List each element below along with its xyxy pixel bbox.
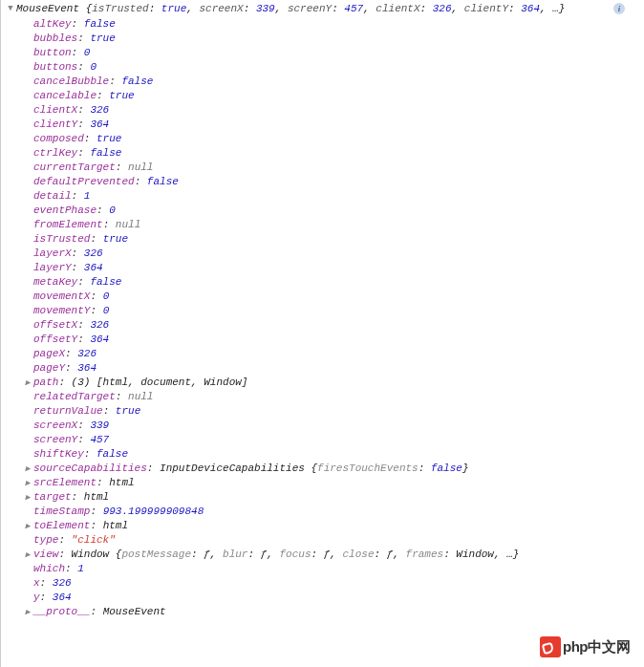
colon: : <box>72 262 84 273</box>
arrow-placeholder: ▶ <box>24 277 32 288</box>
property-row[interactable]: ▶srcElement: html <box>24 475 644 489</box>
property-value: true <box>90 32 115 44</box>
colon: : <box>97 90 109 101</box>
expand-arrow-right-icon[interactable]: ▶ <box>24 478 32 488</box>
colon: : <box>77 276 90 288</box>
property-value: 0 <box>90 61 97 73</box>
colon: : <box>58 549 71 560</box>
expand-arrow-right-icon[interactable]: ▶ <box>24 607 32 617</box>
arrow-placeholder: ▶ <box>24 506 32 517</box>
arrow-placeholder: ▶ <box>24 248 32 259</box>
property-row: ▶button: 0 <box>24 45 644 59</box>
arrow-placeholder: ▶ <box>24 134 32 144</box>
arrow-placeholder: ▶ <box>24 33 32 44</box>
property-row[interactable]: ▶path: (3) [html, document, Window] <box>24 375 644 389</box>
property-key: pageY <box>33 362 65 374</box>
arrow-placeholder: ▶ <box>24 76 32 87</box>
arrow-placeholder: ▶ <box>24 406 32 417</box>
property-value: 326 <box>90 104 109 116</box>
arrow-placeholder: ▶ <box>24 220 32 230</box>
property-value: 457 <box>90 434 109 445</box>
property-value: false <box>90 276 121 288</box>
property-value: 326 <box>77 348 97 359</box>
colon: : <box>72 491 84 503</box>
property-key: target <box>33 491 72 503</box>
arrow-placeholder: ▶ <box>24 205 32 216</box>
property-row: ▶defaultPrevented: false <box>24 174 644 188</box>
arrow-placeholder: ▶ <box>24 363 32 374</box>
arrow-placeholder: ▶ <box>24 191 32 202</box>
colon: : <box>103 219 116 230</box>
info-icon[interactable]: i <box>613 3 625 14</box>
property-value: 364 <box>84 262 103 273</box>
property-value: InputDeviceCapabilities {firesTouchEvent… <box>160 463 468 474</box>
colon: : <box>77 147 90 159</box>
property-row[interactable]: ▶toElement: html <box>24 518 644 532</box>
colon: : <box>72 18 84 30</box>
arrow-placeholder: ▶ <box>24 578 32 589</box>
arrow-placeholder: ▶ <box>24 91 32 101</box>
expand-arrow-down-icon[interactable]: ▼ <box>7 4 14 13</box>
expand-arrow-right-icon[interactable]: ▶ <box>24 463 32 474</box>
property-row: ▶movementY: 0 <box>24 303 644 317</box>
property-value: 364 <box>90 118 109 130</box>
colon: : <box>90 233 102 245</box>
property-value: html <box>103 520 128 531</box>
property-key: shiftKey <box>33 448 84 460</box>
property-key: path <box>33 377 58 388</box>
colon: : <box>90 290 102 302</box>
colon: : <box>58 377 71 388</box>
arrow-placeholder: ▶ <box>24 48 32 58</box>
property-value: html <box>109 477 134 488</box>
property-row[interactable]: ▶__proto__: MouseEvent <box>24 604 644 618</box>
property-row[interactable]: ▶view: Window {postMessage: ƒ, blur: ƒ, … <box>24 547 644 561</box>
property-row: ▶returnValue: true <box>24 403 644 418</box>
property-row: ▶cancelBubble: false <box>24 74 644 88</box>
colon: : <box>97 477 109 488</box>
property-key: isTrusted <box>33 233 90 245</box>
console-log-entry: ▼ MouseEvent {isTrusted: true, screenX: … <box>0 0 644 667</box>
property-key: altKey <box>33 18 72 30</box>
colon: : <box>77 61 90 73</box>
property-row: ▶detail: 1 <box>24 188 644 203</box>
colon: : <box>97 204 109 216</box>
property-value: false <box>90 147 121 159</box>
property-value: Window {postMessage: ƒ, blur: ƒ, focus: … <box>72 549 520 560</box>
property-value: true <box>97 133 121 144</box>
expand-arrow-right-icon[interactable]: ▶ <box>24 521 32 531</box>
expand-arrow-right-icon[interactable]: ▶ <box>24 377 32 388</box>
colon: : <box>84 448 97 460</box>
expand-arrow-right-icon[interactable]: ▶ <box>24 549 32 560</box>
property-value: html <box>84 491 109 503</box>
arrow-placeholder: ▶ <box>24 162 32 173</box>
property-row: ▶currentTarget: null <box>24 160 644 174</box>
property-value: false <box>147 176 179 187</box>
property-row[interactable]: ▶sourceCapabilities: InputDeviceCapabili… <box>24 461 644 475</box>
property-key: button <box>33 47 72 58</box>
property-key: y <box>33 592 40 603</box>
property-row[interactable]: ▶target: html <box>24 489 644 504</box>
colon: : <box>84 133 97 144</box>
property-value: MouseEvent <box>103 606 166 617</box>
arrow-placeholder: ▶ <box>24 320 32 331</box>
property-value: 1 <box>77 563 84 574</box>
property-key: buttons <box>33 61 77 73</box>
property-key: clientY <box>33 118 77 130</box>
property-key: view <box>33 549 58 560</box>
property-row: ▶layerX: 326 <box>24 246 644 260</box>
property-value: 1 <box>84 190 91 202</box>
property-key: ctrlKey <box>33 147 77 159</box>
property-row: ▶altKey: false <box>24 16 644 31</box>
expand-arrow-right-icon[interactable]: ▶ <box>24 492 32 503</box>
property-value: 326 <box>84 247 103 259</box>
object-summary-row[interactable]: ▼ MouseEvent {isTrusted: true, screenX: … <box>1 2 644 16</box>
class-name: MouseEvent <box>16 3 79 14</box>
property-key: eventPhase <box>33 204 97 216</box>
property-key: fromElement <box>33 219 103 230</box>
property-row: ▶which: 1 <box>24 561 644 575</box>
colon: : <box>40 592 53 603</box>
arrow-placeholder: ▶ <box>24 392 32 402</box>
property-row: ▶layerY: 364 <box>24 260 644 274</box>
colon: : <box>147 463 160 474</box>
property-value: 364 <box>53 592 72 603</box>
